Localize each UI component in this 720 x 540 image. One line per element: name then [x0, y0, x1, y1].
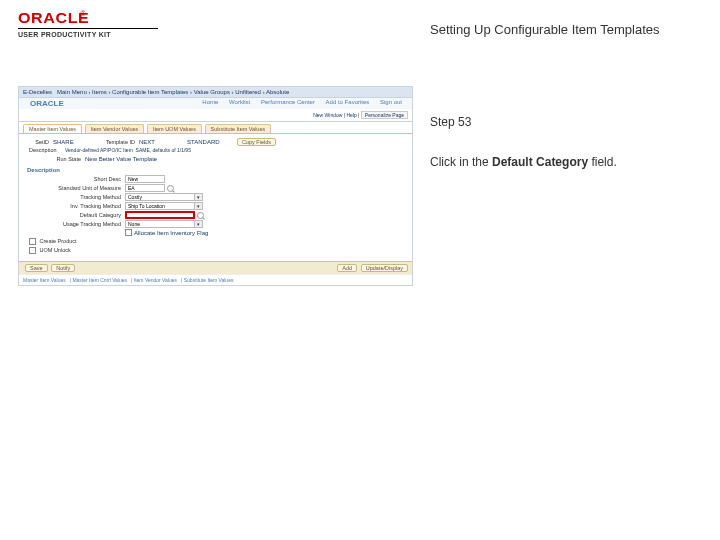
- footer-tab-links: Master Item Values| Master Item Cntrl Va…: [19, 274, 412, 285]
- nav-crumb[interactable]: Items: [92, 89, 107, 95]
- lookup-icon[interactable]: [167, 185, 174, 192]
- footer-link[interactable]: Master Item Values: [23, 277, 66, 283]
- notify-button[interactable]: Notify: [51, 264, 75, 272]
- allocate-flag-label: Allocate Item Inventory Flag: [134, 230, 208, 236]
- create-product-checkbox[interactable]: [29, 238, 36, 245]
- save-button[interactable]: Save: [25, 264, 48, 272]
- instruction-text: Click in the Default Category field.: [430, 155, 700, 169]
- add-favorites-link[interactable]: Add to Favorites: [326, 99, 370, 105]
- app-header-row: ORACLE Home Worklist Performance Center …: [19, 98, 412, 109]
- performance-link[interactable]: Performance Center: [261, 99, 315, 105]
- chevron-down-icon[interactable]: ▾: [195, 202, 203, 210]
- usage-tracking-label: Usage Tracking Method: [25, 221, 125, 227]
- footer-link[interactable]: Master Item Cntrl Values: [72, 277, 127, 283]
- new-window-link[interactable]: New Window: [313, 112, 342, 118]
- std-uom-input[interactable]: [125, 184, 165, 192]
- page-toolbar: Save Notify Add Update/Display: [19, 261, 412, 274]
- run-state-label: Run State: [25, 156, 85, 162]
- add-button[interactable]: Add: [337, 264, 357, 272]
- template-id-value: NEXT: [139, 139, 187, 145]
- template-desc-value: STANDARD: [187, 139, 235, 145]
- template-id-label: Template ID: [89, 139, 139, 145]
- usage-tracking-select[interactable]: [125, 220, 195, 228]
- setid-value: SHARE: [53, 139, 89, 145]
- help-link[interactable]: Help: [346, 112, 356, 118]
- nav-crumb[interactable]: Absolute: [266, 89, 289, 95]
- inv-tracking-select[interactable]: [125, 202, 195, 210]
- tab-master-item-values[interactable]: Master Item Values: [23, 124, 82, 133]
- product-line-label: USER PRODUCTIVITY KIT: [18, 31, 412, 38]
- page-tabs: Master Item Values Item Vendor Values It…: [19, 122, 412, 134]
- instruction-suffix: field.: [588, 155, 617, 169]
- tracking-method-select[interactable]: [125, 193, 195, 201]
- signout-link[interactable]: Sign out: [380, 99, 402, 105]
- nav-crumb[interactable]: Configurable Item Templates: [112, 89, 188, 95]
- nav-crumb[interactable]: Unfiltered: [235, 89, 261, 95]
- tracking-method-label: Tracking Method: [25, 194, 125, 200]
- instruction-field-name: Default Category: [492, 155, 588, 169]
- personalize-bar: New Window | Help | Personalize Page: [19, 109, 412, 122]
- update-display-button[interactable]: Update/Display: [361, 264, 408, 272]
- footer-link[interactable]: Item Vendor Values: [134, 277, 177, 283]
- run-state-value: New Better Value Template: [85, 156, 157, 162]
- nav-crumb[interactable]: Main Menu: [57, 89, 87, 95]
- step-number-label: Step 53: [430, 115, 700, 129]
- chevron-down-icon[interactable]: ▾: [195, 193, 203, 201]
- create-product-label: Create Product: [40, 238, 77, 244]
- document-title: Setting Up Configurable Item Templates: [430, 22, 700, 37]
- nav-crumb[interactable]: E-Decelles: [23, 89, 52, 95]
- tab-item-vendor-values[interactable]: Item Vendor Values: [85, 124, 145, 133]
- lookup-icon[interactable]: [197, 212, 204, 219]
- form-body: SetID SHARE Template ID NEXT STANDARD Co…: [19, 134, 412, 261]
- logo-divider: [18, 28, 158, 29]
- tab-substitute-item-values[interactable]: Substitute Item Values: [205, 124, 272, 133]
- footer-link[interactable]: Substitute Item Values: [184, 277, 234, 283]
- home-link[interactable]: Home: [202, 99, 218, 105]
- application-screenshot: E-Decelles Main Menu › Items › Configura…: [18, 86, 413, 286]
- uom-unlock-checkbox[interactable]: [29, 247, 36, 254]
- instruction-prefix: Click in the: [430, 155, 492, 169]
- chevron-down-icon[interactable]: ▾: [195, 220, 203, 228]
- tab-item-uom-values[interactable]: Item UOM Values: [147, 124, 202, 133]
- description-value: Vendor-defined AP/PO/IC Item SAME, defau…: [65, 147, 191, 153]
- app-brand-logo: ORACLE: [26, 98, 68, 109]
- oracle-wordmark: ORACLE: [18, 10, 89, 26]
- description-label: Description: [25, 147, 65, 153]
- default-category-input[interactable]: [125, 211, 195, 219]
- short-desc-input[interactable]: [125, 175, 165, 183]
- short-desc-label: Short Desc: [25, 176, 125, 182]
- worklist-link[interactable]: Worklist: [229, 99, 250, 105]
- uom-unlock-label: UOM Unlock: [40, 247, 71, 253]
- nav-crumb[interactable]: Value Groups: [194, 89, 230, 95]
- setid-label: SetID: [25, 139, 53, 145]
- global-nav-bar: E-Decelles Main Menu › Items › Configura…: [19, 87, 412, 98]
- personalize-page-button[interactable]: Personalize Page: [361, 111, 408, 119]
- brand-logo-block: ORACLE® USER PRODUCTIVITY KIT: [18, 10, 412, 38]
- description-section-header: Description: [25, 163, 406, 174]
- copy-fields-button[interactable]: Copy Fields: [237, 138, 276, 146]
- inv-tracking-label: Inv. Tracking Method: [25, 203, 125, 209]
- allocate-flag-checkbox[interactable]: [125, 229, 132, 236]
- default-category-label: Default Category: [25, 212, 125, 218]
- std-uom-label: Standard Unit of Measure: [25, 185, 125, 191]
